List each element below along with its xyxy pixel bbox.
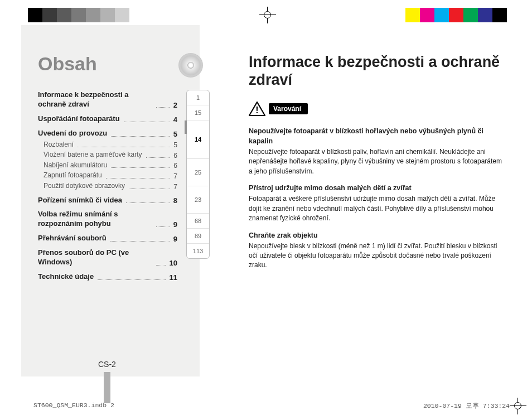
- color-swatch: [57, 8, 71, 22]
- toc-page-number: 10: [170, 259, 177, 267]
- toc-page-number: 2: [173, 101, 177, 109]
- color-swatch: [420, 8, 434, 22]
- page-number-label: CS-2: [98, 360, 116, 369]
- tower-cell: 23: [187, 186, 209, 214]
- color-swatch: [391, 8, 405, 22]
- warning-section: Nepoužívejte fotoaparát v blízkosti hořl…: [249, 126, 505, 176]
- toc-row: Rozbalení5: [38, 141, 177, 149]
- registration-mark-bottom: [510, 398, 526, 414]
- toc-leader-dots: [106, 178, 170, 178]
- svg-text:!: !: [255, 105, 258, 115]
- tower-active-marker: [185, 120, 187, 134]
- toc-row: Volba režimu snímání s rozpoznáním pohyb…: [38, 210, 177, 229]
- toc-leader-dots: [156, 265, 166, 265]
- color-swatch: [129, 8, 144, 22]
- toc-leader-dots: [126, 202, 170, 203]
- toc-row: Technické údaje11: [38, 272, 177, 282]
- warning-section: Chraňte zrak objektuNepoužívejte blesk v…: [249, 230, 505, 271]
- tower-cell: 25: [187, 159, 209, 186]
- footer-filename: ST600_QSM_EUR3.indb 2: [33, 402, 114, 410]
- toc-row: Přenos souborů do PC (ve Windows)10: [38, 248, 177, 267]
- color-swatch: [478, 8, 492, 22]
- toc-label: Informace k bezpečnosti a ochraně zdraví: [38, 90, 152, 109]
- right-column: Informace k bezpečnosti a ochraně zdraví…: [249, 31, 505, 393]
- color-swatch: [100, 8, 115, 22]
- warning-section-body: Nepoužívejte blesk v blízkosti (méně než…: [249, 242, 497, 269]
- print-color-bar: [28, 8, 507, 22]
- toc-leader-dots: [156, 107, 170, 108]
- tower-cell: 68: [187, 214, 209, 229]
- toc-leader-dots: [78, 147, 170, 147]
- print-footer: ST600_QSM_EUR3.indb 2 2010-07-19 오후 7:33…: [33, 402, 510, 410]
- toc-row: Pořízení snímků či videa8: [38, 196, 177, 205]
- toc-leader-dots: [111, 167, 170, 168]
- toc-leader-dots: [98, 279, 165, 280]
- toc-page-number: 5: [173, 130, 177, 138]
- color-swatch: [405, 8, 420, 22]
- toc-label: Uspořádání fotoaparátu: [38, 114, 120, 124]
- color-swatch: [42, 8, 57, 22]
- warning-triangle-icon: !: [249, 102, 265, 116]
- warning-label: Varování: [269, 103, 308, 114]
- tower-cell: 15: [187, 105, 209, 120]
- toc-page-number: 9: [173, 220, 177, 229]
- section-heading: Informace k bezpečnosti a ochraně zdraví: [249, 53, 505, 89]
- toc-page-number: 8: [173, 196, 177, 205]
- cd-icon: [178, 53, 203, 78]
- toc-label: Rozbalení: [43, 141, 74, 149]
- warning-section-head: Přístroj udržujte mimo dosah malých dětí…: [249, 183, 505, 193]
- toc-row: Přehrávání souborů9: [38, 234, 177, 243]
- toc-label: Vložení baterie a paměťové karty: [43, 151, 142, 160]
- footer-timestamp: 2010-07-19 오후 7:33:24: [423, 402, 510, 410]
- color-swatch: [492, 8, 507, 22]
- toc-leader-dots: [110, 241, 170, 242]
- toc-leader-dots: [156, 226, 170, 227]
- left-column: Obsah Informace k bezpečnosti a ochraně …: [27, 31, 222, 393]
- toc-label: Přehrávání souborů: [38, 234, 107, 243]
- toc-page-number: 7: [173, 183, 177, 191]
- toc-label: Uvedení do provozu: [38, 129, 107, 138]
- toc-page-number: 4: [173, 115, 177, 124]
- toc-leader-dots: [129, 189, 170, 189]
- toc-page-number: 6: [173, 162, 177, 170]
- color-swatch: [28, 8, 42, 22]
- warning-section-head: Chraňte zrak objektu: [249, 230, 505, 240]
- color-swatch: [115, 8, 129, 22]
- toc-label: Zapnutí fotoaparátu: [43, 171, 102, 180]
- warning-section-body: Fotoaparát a veškeré příslušenství udržu…: [249, 195, 495, 222]
- toc-label: Použití dotykové obrazovky: [43, 182, 125, 191]
- toc-page-number: 9: [173, 235, 177, 243]
- toc-leader-dots: [146, 157, 170, 158]
- toc-row: Zapnutí fotoaparátu7: [38, 171, 177, 180]
- toc-row: Použití dotykové obrazovky7: [38, 182, 177, 191]
- table-of-contents: Informace k bezpečnosti a ochraně zdraví…: [38, 90, 177, 282]
- warning-section-head: Nepoužívejte fotoaparát v blízkosti hořl…: [249, 126, 505, 146]
- toc-page-number: 5: [173, 141, 177, 149]
- tower-cell: 113: [187, 244, 209, 258]
- color-swatch: [463, 8, 478, 22]
- registration-mark-top: [259, 7, 276, 23]
- toc-row: Nabíjení akumulátoru6: [38, 161, 177, 170]
- toc-page-number: 6: [173, 152, 177, 160]
- warning-section: Přístroj udržujte mimo dosah malých dětí…: [249, 183, 505, 223]
- toc-page-number: 7: [173, 172, 177, 180]
- tower-cell: 14: [187, 120, 209, 159]
- toc-page-number: 11: [170, 273, 177, 282]
- toc-label: Nabíjení akumulátoru: [43, 161, 107, 170]
- color-swatch: [71, 8, 86, 22]
- page-number-tab: CS-2: [98, 360, 116, 403]
- toc-label: Přenos souborů do PC (ve Windows): [38, 248, 152, 267]
- page-body: Obsah Informace k bezpečnosti a ochraně …: [27, 31, 505, 393]
- toc-label: Technické údaje: [38, 272, 94, 282]
- toc-leader-dots: [124, 122, 170, 122]
- color-swatch: [86, 8, 100, 22]
- toc-row: Vložení baterie a paměťové karty6: [38, 151, 177, 160]
- page-tab-bar: [104, 372, 110, 403]
- warning-section-body: Nepoužívejte fotoaparát v blízkosti pali…: [249, 148, 502, 175]
- warning-header: ! Varování: [249, 102, 505, 116]
- toc-leader-dots: [111, 136, 170, 137]
- tower-cell: 1: [187, 90, 209, 105]
- page-index-tower: 1151425236889113: [186, 90, 210, 259]
- toc-label: Pořízení snímků či videa: [38, 196, 122, 205]
- toc-row: Uvedení do provozu5: [38, 129, 177, 138]
